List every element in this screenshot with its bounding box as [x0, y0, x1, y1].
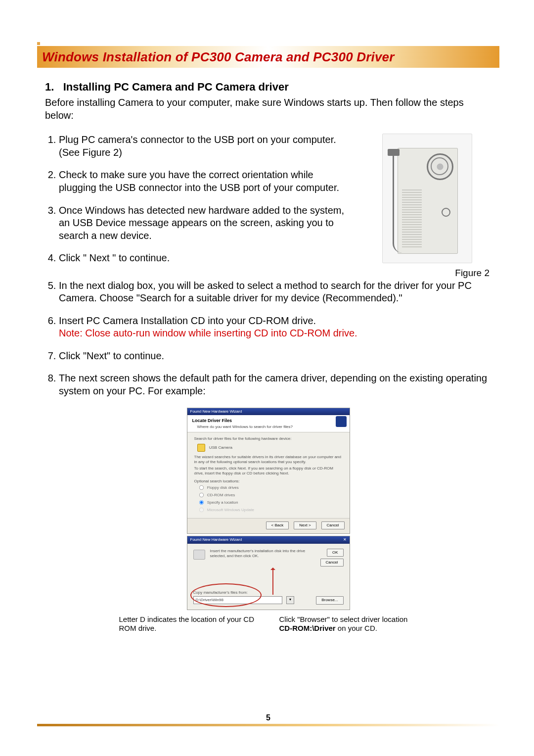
- opt-floppy[interactable]: Floppy disk drives: [198, 484, 343, 491]
- close-icon[interactable]: ✕: [343, 537, 347, 542]
- corner-accent: [37, 42, 40, 45]
- wizard1-line1: Search for driver files for the followin…: [194, 436, 343, 441]
- wizard1-titlebar: Found New Hardware Wizard: [187, 408, 350, 415]
- step-7: Click "Next" to continue.: [59, 350, 491, 363]
- annotation-arrow: [272, 568, 273, 595]
- figure-2-caption: Figure 2: [455, 267, 491, 279]
- step-2: Check to make sure you have the correct …: [59, 169, 348, 194]
- wizard1-next-button[interactable]: Next >: [294, 521, 316, 529]
- footer-accent-bar: [37, 724, 499, 726]
- opt-cdrom[interactable]: CD-ROM drives: [198, 492, 343, 498]
- figure-2: Figure 2: [363, 134, 491, 279]
- figure-2-image: [382, 134, 472, 263]
- wizard-locate-driver: Found New Hardware Wizard Locate Driver …: [187, 408, 350, 534]
- wizard2-titlebar: Found New Hardware Wizard✕: [187, 536, 350, 543]
- step-5: In the next dialog box, you will be aske…: [59, 280, 491, 305]
- chapter-title-bar: Windows Installation of PC300 Camera and…: [37, 46, 499, 68]
- wizard2-ok-button[interactable]: OK: [327, 549, 344, 557]
- caption-left: Letter D indicates the location of your …: [119, 615, 258, 633]
- windows-logo-icon: [336, 416, 347, 427]
- body-area: Plug PC camera's connector to the USB po…: [45, 134, 491, 632]
- caption-right: Click "Browser" to select driver locatio…: [279, 615, 418, 633]
- document-page: Windows Installation of PC300 Camera and…: [0, 0, 534, 756]
- step-1: Plug PC camera's connector to the USB po…: [59, 134, 348, 159]
- screenshot-captions: Letter D indicates the location of your …: [105, 615, 432, 633]
- step-6-text: Insert PC Camera Installation CD into yo…: [59, 315, 316, 326]
- page-number: 5: [266, 713, 270, 722]
- step-6-note: Note: Close auto-run window while insert…: [59, 328, 357, 338]
- annotation-circle: [190, 583, 262, 607]
- content-frame: Windows Installation of PC300 Camera and…: [37, 42, 499, 726]
- wizard2-browse-button[interactable]: Browse...: [316, 596, 343, 604]
- opt-specify[interactable]: Specify a location: [198, 499, 343, 506]
- dropdown-icon[interactable]: ▾: [286, 596, 294, 604]
- section-number: 1.: [45, 81, 54, 93]
- wizard-screenshots: Found New Hardware Wizard Locate Driver …: [45, 408, 491, 633]
- section-title: Installing PC Camera and PC Camera drive…: [63, 81, 289, 93]
- wizard1-sub: Where do you want Windows to search for …: [197, 425, 345, 429]
- wizard1-back-button[interactable]: < Back: [266, 521, 289, 529]
- wizard1-line2: The wizard searches for suitable drivers…: [194, 455, 343, 464]
- section-heading: 1. Installing PC Camera and PC Camera dr…: [45, 81, 499, 94]
- disk-icon: [193, 550, 205, 560]
- wizard1-header: Locate Driver Files: [192, 418, 232, 423]
- section-intro: Before installing Camera to your compute…: [45, 96, 491, 122]
- step-6: Insert PC Camera Installation CD into yo…: [59, 315, 491, 340]
- wizard2-cancel-button[interactable]: Cancel: [320, 559, 344, 567]
- step-8: The next screen shows the default path f…: [59, 372, 491, 397]
- step-3: Once Windows has detected new hardware a…: [59, 204, 348, 242]
- wizard-insert-disk: Found New Hardware Wizard✕ Insert the ma…: [187, 536, 350, 610]
- fan-icon: [427, 153, 453, 180]
- step-4: Click " Next " to continue.: [59, 252, 348, 265]
- wizard1-line3: To start the search, click Next. If you …: [194, 466, 343, 475]
- wizard2-msg: Insert the manufacturer's installation d…: [210, 549, 315, 559]
- device-icon: [197, 444, 205, 452]
- wizard1-optslabel: Optional search locations:: [194, 479, 343, 484]
- wizard1-cancel-button[interactable]: Cancel: [321, 521, 345, 529]
- opt-winupdate: Microsoft Windows Update: [198, 507, 343, 513]
- chapter-title: Windows Installation of PC300 Camera and…: [42, 49, 395, 65]
- wizard1-device: USB Camera: [209, 445, 232, 450]
